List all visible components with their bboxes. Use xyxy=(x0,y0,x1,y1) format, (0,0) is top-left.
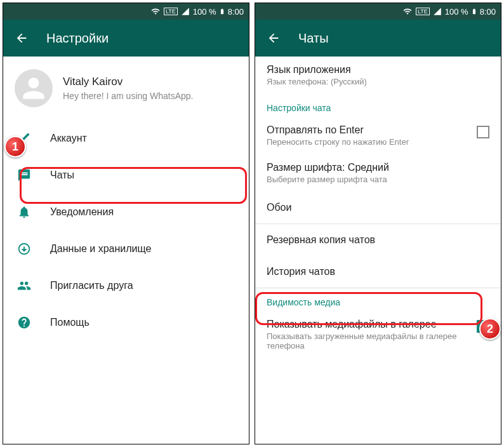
checkbox-enter[interactable] xyxy=(477,126,489,138)
header: Настройки xyxy=(3,20,249,57)
header: Чаты xyxy=(255,20,501,57)
profile-row[interactable]: Vitaly Kairov Hey there! I am using What… xyxy=(3,57,249,120)
setting-sublabel: Показывать загруженные медиафайлы в гале… xyxy=(267,331,470,350)
setting-media-visibility[interactable]: Показывать медиафайлы в галерее Показыва… xyxy=(255,311,501,358)
chat-icon xyxy=(17,168,31,182)
setting-label: Показывать медиафайлы в галерее xyxy=(267,319,470,330)
help-icon xyxy=(17,316,31,330)
section-chat-settings: Настройки чата xyxy=(255,94,501,117)
setting-backup[interactable]: Резервная копия чатов xyxy=(255,224,501,256)
profile-name: Vitaly Kairov xyxy=(63,76,193,88)
menu-label: Пригласить друга xyxy=(50,280,133,291)
wifi-icon xyxy=(150,7,161,16)
back-icon[interactable] xyxy=(15,31,29,45)
battery-label: 100 % xyxy=(445,7,468,17)
statusbar: LTE 100 % 8:00 xyxy=(255,3,501,20)
menu-label: Помощь xyxy=(50,317,90,328)
setting-history[interactable]: История чатов xyxy=(255,256,501,288)
menu-invite[interactable]: Пригласить друга xyxy=(3,267,249,304)
step-marker-2: 2 xyxy=(479,318,501,340)
menu-label: Уведомления xyxy=(50,206,114,218)
statusbar: LTE 100 % 8:00 xyxy=(3,3,249,20)
page-title: Чаты xyxy=(298,31,329,46)
time-label: 8:00 xyxy=(228,7,244,17)
menu-label: Данные и хранилище xyxy=(50,243,151,255)
wifi-icon xyxy=(402,7,413,16)
menu-label: Чаты xyxy=(50,170,74,181)
setting-font[interactable]: Размер шрифта: Средний Выберите размер ш… xyxy=(255,154,501,192)
profile-status: Hey there! I am using WhatsApp. xyxy=(63,91,193,101)
phone-chats: LTE 100 % 8:00 Чаты Язык приложения Язык… xyxy=(255,3,501,444)
signal-icon xyxy=(432,7,442,16)
section-media: Видимость медиа xyxy=(255,288,501,311)
setting-sublabel: Выберите размер шрифта чата xyxy=(267,175,389,184)
page-title: Настройки xyxy=(46,31,109,46)
menu-label: Аккаунт xyxy=(50,133,87,144)
menu-account[interactable]: Аккаунт xyxy=(3,120,249,157)
battery-icon xyxy=(471,6,477,17)
avatar xyxy=(15,69,53,107)
battery-icon xyxy=(219,6,225,17)
menu-help[interactable]: Помощь xyxy=(3,304,249,341)
menu-notifications[interactable]: Уведомления xyxy=(3,194,249,230)
setting-label: Размер шрифта: Средний xyxy=(267,162,389,173)
setting-label: Отправлять по Enter xyxy=(267,124,409,136)
setting-enter[interactable]: Отправлять по Enter Переносить строку по… xyxy=(255,117,501,154)
phone-settings: LTE 100 % 8:00 Настройки Vitaly Kairov H… xyxy=(3,3,249,444)
lte-label: LTE xyxy=(164,8,178,15)
setting-wallpaper[interactable]: Обои xyxy=(255,192,501,223)
profile-text: Vitaly Kairov Hey there! I am using What… xyxy=(63,76,193,101)
back-icon[interactable] xyxy=(267,31,281,45)
setting-language[interactable]: Язык приложения Язык телефона: (Русский) xyxy=(255,57,501,94)
people-icon xyxy=(17,279,31,293)
battery-label: 100 % xyxy=(193,7,216,17)
setting-label: Язык приложения xyxy=(267,64,367,76)
signal-icon xyxy=(180,7,190,16)
menu-data[interactable]: Данные и хранилище xyxy=(3,230,249,267)
menu-chats[interactable]: Чаты xyxy=(3,157,249,194)
setting-sublabel: Язык телефона: (Русский) xyxy=(267,77,367,86)
bell-icon xyxy=(17,205,31,219)
data-icon xyxy=(17,242,31,256)
setting-sublabel: Переносить строку по нажатию Enter xyxy=(267,137,409,147)
lte-label: LTE xyxy=(416,8,430,15)
step-marker-1: 1 xyxy=(4,136,26,157)
time-label: 8:00 xyxy=(480,7,496,17)
